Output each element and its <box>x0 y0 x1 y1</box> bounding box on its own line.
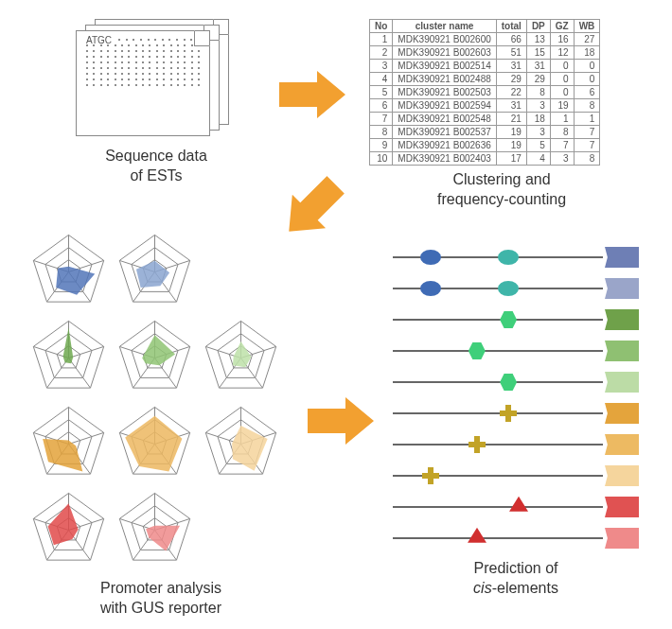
track-line <box>393 319 603 321</box>
radar-row <box>28 490 312 574</box>
svg-line-49 <box>69 432 104 444</box>
gene-track <box>393 247 639 268</box>
track-line <box>393 537 603 539</box>
table-row: 2MDK390921 B00260351151218 <box>370 46 600 60</box>
tracks-panel: Prediction of cis-elements <box>393 236 639 599</box>
table-row: 7MDK390921 B002548211811 <box>370 113 600 126</box>
gene-box-icon <box>605 465 639 486</box>
radar-chart <box>201 404 281 488</box>
svg-marker-89 <box>146 526 180 551</box>
workflow-diagram: ATGC Sequence data of ESTs Nocl <box>19 19 653 610</box>
arrow-right-2 <box>308 397 374 445</box>
table-row: 6MDK390921 B002594313198 <box>370 99 600 113</box>
radar-chart <box>28 404 109 488</box>
svg-marker-8 <box>56 267 95 295</box>
radar-row <box>28 318 312 402</box>
radar-panel: Promoter analysis with GUS reporter <box>28 232 312 619</box>
track-line <box>393 444 603 446</box>
arrow-right-1 <box>279 71 345 118</box>
svg-marker-62 <box>125 416 182 472</box>
radar-chart <box>28 232 109 316</box>
gene-track <box>393 309 639 330</box>
table-header: DP <box>526 20 550 33</box>
triangle-marker-icon <box>509 497 528 512</box>
radar-chart <box>28 490 109 574</box>
gene-box-icon <box>605 341 639 361</box>
table-row: 4MDK390921 B002488292900 <box>370 73 600 86</box>
table-row: 10MDK390921 B00240317438 <box>370 152 600 166</box>
triangle-marker-icon <box>468 528 486 543</box>
ellipse-marker-icon <box>420 281 441 296</box>
track-line <box>393 506 603 508</box>
table-header: total <box>496 20 526 33</box>
radar-chart <box>201 318 281 402</box>
sequence-panel: ATGC Sequence data of ESTs <box>76 19 237 186</box>
radar-chart <box>28 318 109 402</box>
radar-chart <box>115 318 195 402</box>
track-line <box>393 256 603 258</box>
radar-chart <box>115 404 195 488</box>
gene-box-icon <box>605 403 639 424</box>
hexagon-marker-icon <box>500 374 517 391</box>
atgc-label: ATGC <box>86 35 112 45</box>
sequence-stack: ATGC <box>76 19 237 142</box>
gene-track <box>393 528 639 549</box>
ellipse-marker-icon <box>498 281 519 296</box>
radar-row <box>28 404 312 488</box>
svg-line-22 <box>69 346 104 358</box>
table-header: No <box>370 20 393 33</box>
gene-track <box>393 372 639 393</box>
plus-marker-icon <box>469 436 486 453</box>
promoter-caption: Promoter analysis with GUS reporter <box>28 579 293 619</box>
gene-track <box>393 341 639 361</box>
gene-box-icon <box>605 278 639 299</box>
table-row: 8MDK390921 B00253719387 <box>370 126 600 139</box>
track-line <box>393 288 603 289</box>
plus-marker-icon <box>500 405 517 422</box>
clustering-panel: Nocluster nametotalDPGZWB 1MDK390921 B00… <box>369 19 634 210</box>
frequency-table: Nocluster nametotalDPGZWB 1MDK390921 B00… <box>369 19 600 166</box>
gene-track <box>393 465 639 486</box>
svg-marker-53 <box>43 439 82 471</box>
track-line <box>393 350 603 352</box>
gene-track <box>393 497 639 517</box>
gene-track <box>393 403 639 424</box>
ellipse-marker-icon <box>498 250 519 265</box>
table-header: GZ <box>550 20 574 33</box>
table-row: 9MDK390921 B00263619577 <box>370 139 600 152</box>
clustering-caption: Clustering and frequency-counting <box>369 170 634 210</box>
table-row: 3MDK390921 B002514313100 <box>370 60 600 73</box>
svg-marker-44 <box>233 341 252 367</box>
svg-line-23 <box>69 358 91 389</box>
gene-box-icon <box>605 309 639 330</box>
gene-box-icon <box>605 372 639 393</box>
track-line <box>393 412 603 414</box>
gene-box-icon <box>605 434 639 455</box>
sequence-caption: Sequence data of ESTs <box>76 147 237 186</box>
radar-row <box>28 232 312 316</box>
gene-track <box>393 278 639 299</box>
table-header: WB <box>574 20 600 33</box>
gene-box-icon <box>605 247 639 268</box>
prediction-caption: Prediction of cis-elements <box>393 559 639 599</box>
svg-marker-17 <box>136 261 169 288</box>
gene-box-icon <box>605 497 639 517</box>
ellipse-marker-icon <box>420 250 441 265</box>
gene-box-icon <box>605 528 639 549</box>
table-header: cluster name <box>393 20 496 33</box>
track-line <box>393 475 603 477</box>
track-line <box>393 381 603 383</box>
radar-chart <box>115 232 195 316</box>
table-row: 5MDK390921 B00250322806 <box>370 86 600 99</box>
plus-marker-icon <box>422 467 439 484</box>
gene-track <box>393 434 639 455</box>
table-row: 1MDK390921 B00260066131627 <box>370 33 600 46</box>
hexagon-marker-icon <box>500 311 517 328</box>
hexagon-marker-icon <box>469 342 486 359</box>
svg-marker-26 <box>63 327 74 363</box>
radar-chart <box>115 490 195 574</box>
